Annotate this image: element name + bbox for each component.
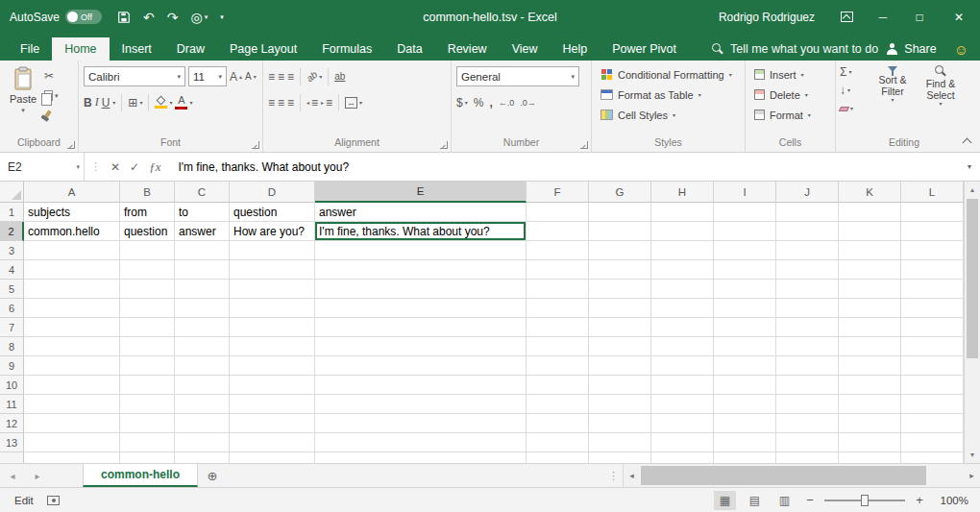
cell-E1[interactable]: answer xyxy=(315,203,527,222)
cell[interactable] xyxy=(651,452,714,463)
normal-view-button[interactable]: ▦ xyxy=(714,491,736,510)
row-header-7[interactable]: 7 xyxy=(0,318,24,337)
cell-F6[interactable] xyxy=(527,299,589,318)
align-right-button[interactable]: ≡ xyxy=(287,95,294,110)
decrease-font-button[interactable]: A▾ xyxy=(245,69,257,85)
add-sheet-button[interactable]: ⊕ xyxy=(198,464,227,487)
cell-C11[interactable] xyxy=(175,395,230,414)
cell-J4[interactable] xyxy=(776,260,839,280)
row-header-2[interactable]: 2 xyxy=(0,222,24,241)
cell-D8[interactable] xyxy=(230,337,315,356)
cell-A12[interactable] xyxy=(24,414,120,433)
expand-formula-bar-button[interactable]: ▾ xyxy=(959,153,980,181)
cell-B4[interactable] xyxy=(120,260,175,280)
cell-D2[interactable]: How are you? xyxy=(230,222,315,241)
cell-C10[interactable] xyxy=(175,376,230,395)
chevron-down-icon[interactable]: ▾ xyxy=(112,100,115,106)
cell-E2[interactable]: I'm fine, thanks. What about you? xyxy=(315,222,527,241)
page-layout-view-button[interactable]: ▤ xyxy=(744,491,766,510)
cell-B13[interactable] xyxy=(120,433,175,452)
cell-F11[interactable] xyxy=(527,395,589,414)
row-header-5[interactable]: 5 xyxy=(0,280,24,299)
cell-J2[interactable] xyxy=(776,222,839,241)
formula-input[interactable]: I'm fine, thanks. What about you? xyxy=(170,153,959,181)
cell-L9[interactable] xyxy=(901,356,964,376)
cell-D10[interactable] xyxy=(230,376,315,395)
vertical-scroll-thumb[interactable] xyxy=(967,199,978,358)
column-header-I[interactable]: I xyxy=(714,182,776,203)
cell-I8[interactable] xyxy=(714,337,776,356)
cell[interactable] xyxy=(120,452,175,463)
cell-K4[interactable] xyxy=(839,260,901,280)
align-bottom-button[interactable]: ≡ xyxy=(287,69,294,85)
cell-F5[interactable] xyxy=(527,280,589,299)
cell-C5[interactable] xyxy=(175,280,230,299)
cell-B3[interactable] xyxy=(120,241,175,260)
column-header-D[interactable]: D xyxy=(230,182,315,203)
cell-G3[interactable] xyxy=(589,241,651,260)
select-all-corner[interactable] xyxy=(0,182,24,203)
cell-J3[interactable] xyxy=(776,241,839,260)
cell-H10[interactable] xyxy=(651,376,714,395)
cell-E13[interactable] xyxy=(315,433,527,452)
zoom-in-button[interactable]: + xyxy=(913,493,926,507)
cell-I12[interactable] xyxy=(714,414,776,433)
tell-me-search[interactable]: Tell me what you want to do xyxy=(712,37,878,61)
cell-C13[interactable] xyxy=(175,433,230,452)
cell-D5[interactable] xyxy=(230,280,315,299)
align-top-button[interactable]: ≡ xyxy=(268,69,275,85)
column-header-A[interactable]: A xyxy=(24,182,120,203)
cell-G2[interactable] xyxy=(589,222,651,241)
cell-A1[interactable]: subjects xyxy=(24,203,120,222)
font-size-select[interactable]: 11 ▾ xyxy=(188,66,227,86)
cell-A3[interactable] xyxy=(24,241,120,260)
sheet-nav-next-icon[interactable]: ▸ xyxy=(25,464,50,487)
cell-A8[interactable] xyxy=(24,337,120,356)
tab-data[interactable]: Data xyxy=(384,37,434,61)
cell-C6[interactable] xyxy=(175,299,230,318)
cell-G6[interactable] xyxy=(589,299,651,318)
row-header-11[interactable]: 11 xyxy=(0,395,24,414)
cell-H7[interactable] xyxy=(651,318,714,337)
merge-center-button[interactable]: ↔▾ xyxy=(345,95,362,110)
name-box[interactable]: E2 ▾ xyxy=(0,153,85,181)
horizontal-scrollbar[interactable]: ◂ ▸ xyxy=(623,464,980,487)
cell-D3[interactable] xyxy=(230,241,315,260)
cell-I13[interactable] xyxy=(714,433,776,452)
cell-H1[interactable] xyxy=(651,203,714,222)
cell-D6[interactable] xyxy=(230,299,315,318)
cell-E4[interactable] xyxy=(315,260,527,280)
cell-B9[interactable] xyxy=(120,356,175,376)
share-button[interactable]: Share xyxy=(886,37,936,61)
delete-cells-button[interactable]: Delete ▾ xyxy=(750,85,830,105)
tab-help[interactable]: Help xyxy=(551,37,600,61)
cell-L7[interactable] xyxy=(901,318,964,337)
tab-view[interactable]: View xyxy=(500,37,551,61)
cell-C7[interactable] xyxy=(175,318,230,337)
cell-L3[interactable] xyxy=(901,241,964,260)
cell-I5[interactable] xyxy=(714,280,776,299)
cell-I9[interactable] xyxy=(714,356,776,376)
clear-button[interactable]: ▾ xyxy=(840,101,867,116)
cell-J10[interactable] xyxy=(776,376,839,395)
cell-G11[interactable] xyxy=(589,395,651,414)
cell-G1[interactable] xyxy=(589,203,651,222)
find-select-button[interactable]: Find & Select ▾ xyxy=(919,63,963,135)
cell-K9[interactable] xyxy=(839,356,901,376)
cell-L13[interactable] xyxy=(901,433,964,452)
percent-format-button[interactable]: % xyxy=(474,95,484,110)
cell-D4[interactable] xyxy=(230,260,315,280)
cell-K5[interactable] xyxy=(839,280,901,299)
insert-function-button[interactable]: ƒx xyxy=(149,159,160,175)
customize-quick-access-button[interactable]: ▾ xyxy=(220,13,224,20)
cell-J6[interactable] xyxy=(776,299,839,318)
number-format-select[interactable]: General ▾ xyxy=(456,66,579,86)
cell-A4[interactable] xyxy=(24,260,120,280)
cell-B6[interactable] xyxy=(120,299,175,318)
macro-record-icon[interactable] xyxy=(47,496,60,505)
cell-H11[interactable] xyxy=(651,395,714,414)
align-middle-button[interactable]: ≡ xyxy=(278,69,284,85)
cell-F4[interactable] xyxy=(527,260,589,280)
cell-J9[interactable] xyxy=(776,356,839,376)
fill-button[interactable]: ↓▾ xyxy=(840,83,867,98)
